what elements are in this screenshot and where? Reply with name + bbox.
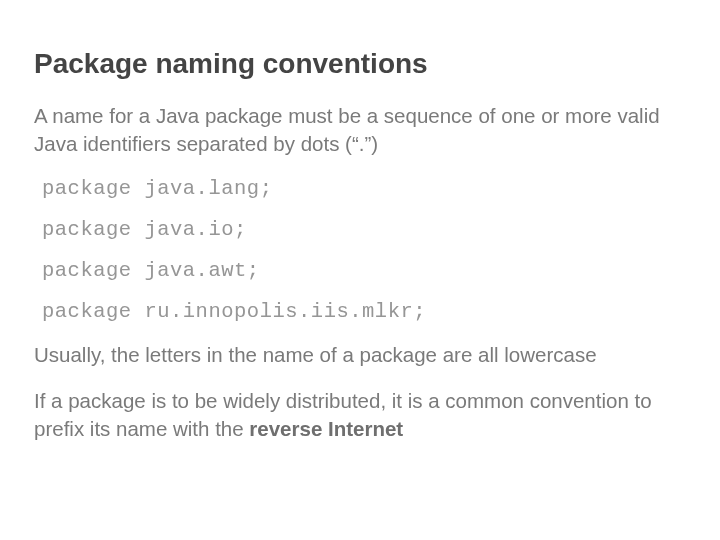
code-example-3: package java.awt; [42,259,686,282]
page-title: Package naming conventions [34,48,686,80]
lowercase-paragraph: Usually, the letters in the name of a pa… [34,341,686,369]
code-example-1: package java.lang; [42,177,686,200]
code-example-2: package java.io; [42,218,686,241]
code-example-4: package ru.innopolis.iis.mlkr; [42,300,686,323]
reverse-internet-bold: reverse Internet [249,417,403,440]
intro-paragraph: A name for a Java package must be a sequ… [34,102,686,159]
distribution-paragraph: If a package is to be widely distributed… [34,387,686,444]
